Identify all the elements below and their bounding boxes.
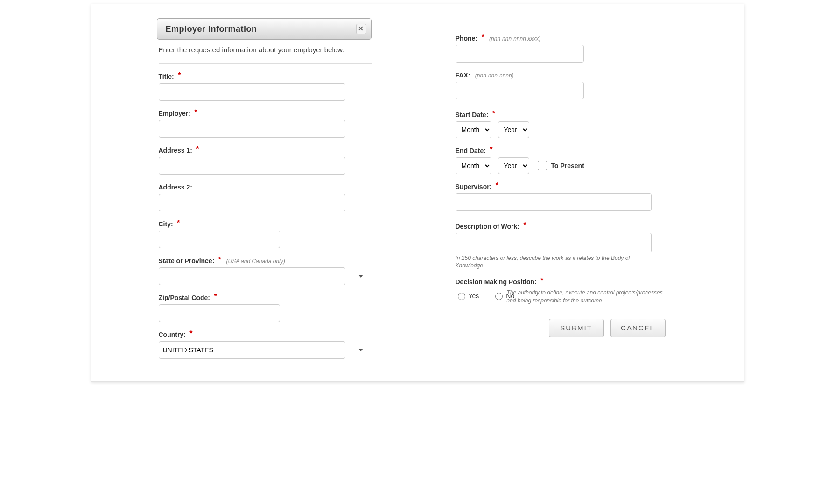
decision-yes-option[interactable]: Yes xyxy=(456,291,479,300)
to-present-wrap[interactable]: To Present xyxy=(536,160,584,172)
required-icon: * xyxy=(496,182,498,189)
required-icon: * xyxy=(490,146,492,154)
field-title: Title: * xyxy=(159,72,369,101)
state-hint: (USA and Canada only) xyxy=(226,258,285,265)
field-fax: FAX: (nnn-nnn-nnnn) xyxy=(456,71,667,99)
supervisor-input[interactable] xyxy=(456,193,652,211)
required-icon: * xyxy=(178,71,181,79)
supervisor-label: Supervisor: xyxy=(456,183,492,190)
left-scroll-area[interactable]: Enter the requested information about yo… xyxy=(157,40,372,384)
to-present-checkbox[interactable] xyxy=(538,161,547,170)
field-end-date: End Date: * Month Year To Present xyxy=(456,147,667,174)
fax-input[interactable] xyxy=(456,82,584,99)
cancel-button[interactable]: CANCEL xyxy=(610,319,666,337)
phone-label: Phone: xyxy=(456,35,477,42)
close-icon[interactable]: ✕ xyxy=(356,24,366,34)
zip-input[interactable] xyxy=(159,304,280,322)
required-icon: * xyxy=(177,219,180,227)
required-icon: * xyxy=(196,145,199,153)
field-city: City: * xyxy=(159,220,369,248)
end-month-select[interactable]: Month xyxy=(456,157,491,174)
description-label: Description of Work: xyxy=(456,223,519,230)
required-icon: * xyxy=(214,293,217,301)
field-phone: Phone: * (nnn-nnn-nnnn xxxx) xyxy=(456,34,667,63)
field-description: Description of Work: * In 250 characters… xyxy=(456,222,667,269)
city-label: City: xyxy=(159,220,173,228)
field-state: State or Province: * (USA and Canada onl… xyxy=(159,257,369,285)
submit-button[interactable]: SUBMIT xyxy=(549,319,604,337)
phone-input[interactable] xyxy=(456,45,584,63)
end-date-label: End Date: xyxy=(456,147,486,154)
start-year-select[interactable]: Year xyxy=(498,121,529,138)
fax-label: FAX: xyxy=(456,71,470,79)
decision-label: Decision Making Position: xyxy=(456,278,537,286)
country-select[interactable]: UNITED STATES xyxy=(159,341,345,359)
field-address1: Address 1: * xyxy=(159,146,369,175)
required-icon: * xyxy=(194,108,197,116)
decision-no-radio[interactable] xyxy=(495,293,503,300)
employer-input[interactable] xyxy=(159,120,345,138)
state-select[interactable] xyxy=(159,267,345,285)
decision-yes-label: Yes xyxy=(469,292,479,300)
field-supervisor: Supervisor: * xyxy=(456,182,667,211)
phone-hint: (nnn-nnn-nnnn xxxx) xyxy=(489,35,540,42)
country-label: Country: xyxy=(159,331,186,338)
title-label: Title: xyxy=(159,73,174,80)
required-icon: * xyxy=(540,277,543,285)
field-address2: Address 2: xyxy=(159,183,369,211)
description-input[interactable] xyxy=(456,233,652,252)
field-country: Country: * UNITED STATES xyxy=(159,330,369,359)
required-icon: * xyxy=(523,221,526,229)
address1-input[interactable] xyxy=(159,157,345,175)
start-date-label: Start Date: xyxy=(456,111,489,119)
dialog-titlebar: Employer Information ✕ xyxy=(157,18,372,40)
decision-help: The authority to define, execute and con… xyxy=(507,289,667,304)
required-icon: * xyxy=(492,110,495,118)
right-column: Phone: * (nnn-nnn-nnnn xxxx) FAX: (nnn-n… xyxy=(456,30,670,351)
divider xyxy=(159,63,372,64)
field-start-date: Start Date: * Month Year xyxy=(456,111,667,138)
zip-label: Zip/Postal Code: xyxy=(159,294,210,301)
dialog-title: Employer Information xyxy=(166,24,257,34)
fax-hint: (nnn-nnn-nnnn) xyxy=(475,72,514,79)
city-input[interactable] xyxy=(159,231,280,248)
start-month-select[interactable]: Month xyxy=(456,121,491,138)
address2-label: Address 2: xyxy=(159,183,192,191)
field-employer: Employer: * xyxy=(159,109,369,138)
required-icon: * xyxy=(481,33,484,41)
right-scroll-area[interactable]: Phone: * (nnn-nnn-nnnn xxxx) FAX: (nnn-n… xyxy=(456,30,670,351)
end-year-select[interactable]: Year xyxy=(498,157,529,174)
dialog-employer-information: Employer Information ✕ Enter the request… xyxy=(91,4,744,382)
description-help: In 250 characters or less, describe the … xyxy=(456,254,647,269)
decision-yes-radio[interactable] xyxy=(458,293,465,300)
address2-input[interactable] xyxy=(159,194,345,211)
field-decision: Decision Making Position: * Yes No The a… xyxy=(456,278,667,304)
to-present-label: To Present xyxy=(551,162,584,169)
required-icon: * xyxy=(218,256,221,264)
intro-text: Enter the requested information about yo… xyxy=(159,43,372,57)
employer-label: Employer: xyxy=(159,110,190,117)
address1-label: Address 1: xyxy=(159,147,192,154)
title-input[interactable] xyxy=(159,83,345,101)
state-label: State or Province: xyxy=(159,257,215,265)
field-zip: Zip/Postal Code: * xyxy=(159,294,369,322)
left-column: Employer Information ✕ Enter the request… xyxy=(157,18,372,384)
button-bar: SUBMIT CANCEL xyxy=(456,313,666,337)
required-icon: * xyxy=(189,329,192,337)
